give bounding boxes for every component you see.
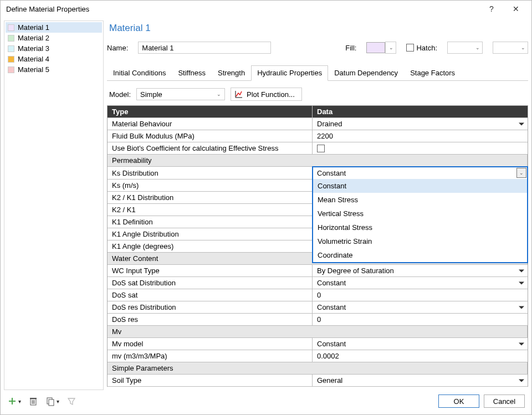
prop-label: DoS sat Distribution	[108, 277, 313, 289]
plot-label: Plot Function...	[247, 90, 295, 99]
delete-button[interactable]	[29, 396, 38, 406]
material-swatch	[8, 56, 14, 63]
sidebar-item-material-1[interactable]: Material 1	[6, 22, 102, 33]
material-label: Material 3	[18, 44, 49, 53]
sidebar-item-material-3[interactable]: Material 3	[6, 43, 102, 54]
chevron-down-icon	[519, 306, 524, 309]
material-label: Material 5	[18, 65, 49, 74]
material-swatch	[8, 66, 14, 73]
prop-value[interactable]: 0	[313, 314, 528, 326]
chevron-down-icon	[519, 122, 524, 125]
dropdown-button[interactable]: ⌄	[516, 168, 526, 178]
biot-checkbox[interactable]	[317, 145, 325, 152]
svg-rect-1	[9, 401, 16, 402]
tab-hydraulic-properties[interactable]: Hydraulic Properties	[251, 65, 328, 81]
section-mv: Mv	[108, 326, 528, 338]
prop-label: K1 Definition	[108, 216, 313, 228]
hatch-pattern-select[interactable]: ⌄	[447, 42, 483, 54]
material-swatch	[8, 35, 14, 42]
hatch-checkbox[interactable]	[406, 44, 414, 52]
prop-label: Ks Distribution	[108, 167, 313, 180]
prop-label: K2 / K1	[108, 204, 313, 216]
prop-value[interactable]: Constant	[313, 277, 528, 289]
copy-button[interactable]: ▾	[45, 396, 59, 406]
prop-value[interactable]: General	[313, 375, 528, 387]
prop-label: K2 / K1 Distribution	[108, 192, 313, 204]
sidebar-item-material-4[interactable]: Material 4	[6, 54, 102, 64]
prop-label: Fluid Bulk Modulus (MPa)	[108, 130, 313, 142]
prop-label: DoS res	[108, 314, 313, 326]
trash-icon	[29, 396, 38, 406]
copy-icon	[45, 396, 55, 406]
plus-icon	[7, 396, 17, 406]
prop-label: Use Biot's Coefficient for calculating E…	[108, 142, 313, 155]
prop-value[interactable]: 0.0002	[313, 350, 528, 362]
tab-initial-conditions[interactable]: Initial Conditions	[107, 65, 172, 81]
prop-label: K1 Angle (degrees)	[108, 240, 313, 253]
filter-button[interactable]	[67, 397, 76, 406]
name-input[interactable]	[138, 42, 271, 54]
materials-list: Material 1Material 2Material 3Material 4…	[4, 21, 104, 390]
dropdown-option[interactable]: Volumetric Strain	[313, 234, 527, 248]
material-label: Material 2	[18, 34, 49, 42]
prop-label: Material Behaviour	[108, 118, 313, 130]
fill-swatch[interactable]	[366, 42, 385, 53]
dropdown-option[interactable]: Coordinate	[313, 248, 527, 262]
prop-label: K1 Angle Distribution	[108, 228, 313, 240]
model-select[interactable]: Simple ⌄	[136, 88, 225, 100]
hatch-color-select[interactable]: ⌄	[493, 42, 528, 54]
dropdown-option[interactable]: Mean Stress	[313, 193, 527, 207]
prop-label: Soil Type	[108, 375, 313, 387]
svg-rect-3	[30, 398, 37, 399]
prop-label: mv (m3/m3/MPa)	[108, 350, 313, 362]
svg-rect-8	[49, 399, 54, 406]
prop-value[interactable]: By Degree of Saturation	[313, 265, 528, 277]
add-button[interactable]: ▾	[7, 396, 21, 406]
chevron-down-icon	[519, 342, 524, 345]
chevron-down-icon	[519, 269, 524, 272]
chevron-down-icon	[519, 281, 524, 284]
section-simple-parameters: Simple Parameters	[108, 362, 528, 375]
prop-label: Mv model	[108, 338, 313, 350]
col-header-type: Type	[108, 106, 313, 118]
material-label: Material 1	[18, 23, 49, 32]
tab-datum-dependency[interactable]: Datum Dependency	[328, 65, 404, 81]
ok-button[interactable]: OK	[438, 394, 479, 408]
filter-icon	[67, 397, 76, 406]
help-button[interactable]: ?	[479, 4, 504, 13]
prop-label: WC Input Type	[108, 265, 313, 277]
tab-strength[interactable]: Strength	[212, 65, 251, 81]
material-swatch	[8, 24, 14, 31]
material-label: Material 4	[18, 55, 49, 63]
dropdown-option[interactable]: Vertical Stress	[313, 207, 527, 221]
prop-value[interactable]: 2200	[313, 130, 528, 142]
tab-stage-factors[interactable]: Stage Factors	[404, 65, 461, 81]
prop-label: Ks (m/s)	[108, 180, 313, 192]
sidebar-item-material-5[interactable]: Material 5	[6, 64, 102, 75]
hatch-label: Hatch:	[416, 44, 437, 52]
prop-value[interactable]: Constant	[313, 301, 528, 314]
prop-label: DoS res Distribution	[108, 301, 313, 314]
material-swatch	[8, 45, 14, 52]
plot-function-button[interactable]: Plot Function...	[231, 88, 302, 101]
fill-dropdown[interactable]: ⌄	[385, 42, 396, 54]
prop-label: DoS sat	[108, 289, 313, 301]
page-title: Material 1	[109, 23, 528, 34]
svg-marker-9	[68, 398, 75, 404]
prop-value[interactable]: Constant⌄ConstantMean StressVertical Str…	[312, 166, 528, 180]
close-button[interactable]: ✕	[504, 4, 528, 13]
col-header-data: Data	[313, 106, 528, 118]
dropdown-option[interactable]: Constant	[313, 179, 527, 193]
chevron-down-icon	[519, 379, 524, 382]
sidebar-item-material-2[interactable]: Material 2	[6, 33, 102, 43]
prop-value[interactable]: 0	[313, 289, 528, 301]
tab-stiffness[interactable]: Stiffness	[172, 65, 212, 81]
dropdown-option[interactable]: Horizontal Stress	[313, 221, 527, 234]
window-title: Define Material Properties	[6, 5, 479, 13]
prop-value[interactable]	[313, 142, 528, 155]
prop-value[interactable]: Constant	[313, 338, 528, 350]
plot-icon	[234, 90, 243, 99]
prop-value[interactable]: Drained	[313, 118, 528, 130]
cancel-button[interactable]: Cancel	[484, 394, 525, 408]
name-label: Name:	[107, 44, 128, 52]
